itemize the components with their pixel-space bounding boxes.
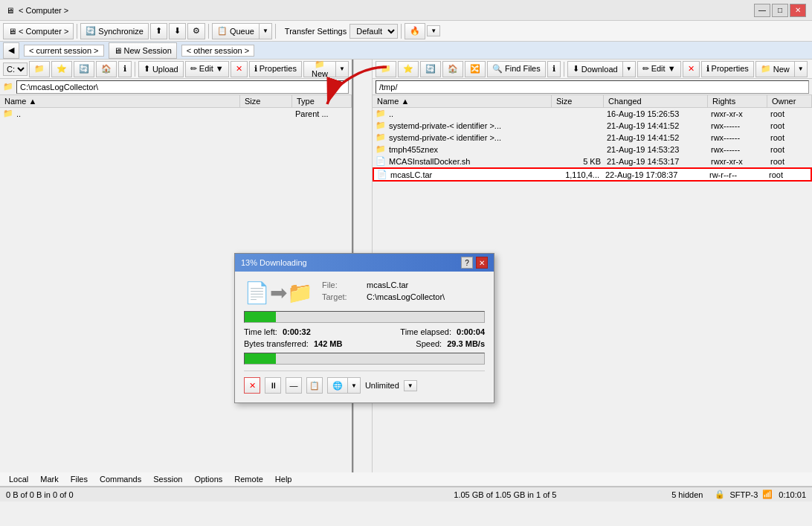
dialog-help-btn[interactable]: ? [461, 257, 473, 269]
toolbar-btn-icons2[interactable]: ⬇ [169, 23, 186, 39]
folder-icon2: 📁 [376, 132, 386, 142]
back-nav-btn[interactable]: ◀ [3, 42, 19, 59]
other-session-tag[interactable]: < other session > [181, 45, 254, 57]
right-refresh-btn[interactable]: 🔄 [420, 61, 441, 77]
upload-icon: ⬆ [144, 64, 150, 74]
left-address-input[interactable] [16, 80, 349, 94]
folder-icon3: 📁 [376, 144, 386, 154]
right-row-mcastar[interactable]: 📄mcasLC.tar 1,110,4... 22-Aug-19 17:08:3… [373, 167, 812, 182]
dialog-pause-btn[interactable]: ⏸ [265, 377, 281, 394]
download-main[interactable]: ⬇ Download [567, 61, 622, 77]
bytes-value: 142 MB [314, 339, 343, 348]
right-row-docker[interactable]: 📄MCASInstallDocker.sh 5 KB 21-Aug-19 14:… [373, 155, 812, 167]
right-col-name[interactable]: Name ▲ [373, 95, 552, 107]
right-col-owner[interactable]: Owner [767, 95, 812, 107]
download-arrow[interactable]: ▼ [622, 61, 636, 77]
left-file-parent[interactable]: 📁 .. Parent ... [0, 108, 352, 120]
file-transfer-icon: 📄➡📁 [244, 280, 313, 305]
queue-main[interactable]: 📋 Queue [212, 23, 259, 39]
right-edit-btn[interactable]: ✏ Edit ▼ [637, 61, 681, 77]
stats-row: Time left: 0:00:32 Time elapsed: 0:00:04 [244, 327, 485, 336]
maximize-button[interactable]: □ [772, 4, 788, 17]
left-delete-btn[interactable]: ✕ [231, 61, 248, 77]
left-addr-label: 📁 [3, 82, 13, 92]
bytes-row: Bytes transferred: 142 MB Speed: 29.3 MB… [244, 339, 485, 348]
close-button[interactable]: ✕ [790, 4, 806, 17]
right-col-changed[interactable]: Changed [604, 95, 708, 107]
right-properties-btn[interactable]: ℹ Properties [701, 61, 754, 77]
left-new-arrow[interactable]: ▼ [335, 61, 349, 77]
bytes-label: Bytes transferred: [244, 339, 309, 348]
right-address-input[interactable] [376, 80, 809, 94]
globe-icon-btn[interactable]: 🌐 [327, 377, 347, 394]
menu-session[interactable]: Session [147, 473, 188, 485]
right-row-systemd1[interactable]: 📁systemd-private-< identifier >... 21-Au… [373, 120, 812, 132]
new-session-icon: 🖥 [114, 46, 122, 55]
dialog-close-btn[interactable]: ✕ [476, 257, 488, 269]
file-label: File: [322, 280, 367, 289]
unlimited-arrow[interactable]: ▼ [404, 380, 417, 391]
left-folder-btn[interactable]: 📁 [29, 61, 50, 77]
computer-icon-btn[interactable]: 🖥 < Computer > [3, 23, 74, 39]
left-info-btn[interactable]: ℹ [118, 61, 132, 77]
new-session-button[interactable]: 🖥 New Session [109, 42, 177, 59]
right-toolbar: 📁 ⭐ 🔄 🏠 🔀 🔍 Find Files ℹ ⬇ Download ▼ ✏ … [373, 60, 812, 79]
right-new-arrow[interactable]: ▼ [794, 61, 808, 77]
synchronize-button[interactable]: 🔄 Synchronize [80, 23, 149, 39]
menu-help[interactable]: Help [269, 473, 298, 485]
menu-files[interactable]: Files [65, 473, 94, 485]
status-right: 1.05 GB of 1.05 GB in 1 of 5 [339, 490, 672, 499]
left-home-btn[interactable]: 🏠 [96, 61, 117, 77]
right-info-btn[interactable]: ℹ [547, 61, 561, 77]
sep1 [77, 24, 77, 39]
queue-arrow[interactable]: ▼ [259, 23, 272, 39]
left-refresh-btn[interactable]: 🔄 [74, 61, 94, 77]
toolbar-fire-btn[interactable]: 🔥 [405, 23, 425, 39]
right-folder-btn[interactable]: 📁 [376, 61, 396, 77]
minimize-button[interactable]: — [754, 4, 770, 17]
time-elapsed-label: Time elapsed: [400, 327, 451, 336]
find-files-btn[interactable]: 🔍 Find Files [487, 61, 546, 77]
transfer-default-select[interactable]: Default [349, 24, 398, 39]
menu-options[interactable]: Options [188, 473, 228, 485]
right-sync-dirs-btn[interactable]: 🔀 [465, 61, 486, 77]
left-new-main[interactable]: 📁 New [303, 61, 335, 77]
speed-limit-btn: 🌐 ▼ [327, 377, 361, 394]
right-row-tmp[interactable]: 📁tmph455znex 21-Aug-19 14:53:23 rwx-----… [373, 144, 812, 155]
dialog-file-info: 📄➡📁 File: mcasLC.tar Target: C:\mcasLogC… [244, 280, 485, 305]
dialog-minimize-btn[interactable]: — [286, 377, 302, 394]
left-col-name[interactable]: Name ▲ [0, 95, 240, 107]
drive-select[interactable]: C: [3, 62, 28, 76]
right-row-parent[interactable]: 📁.. 16-Aug-19 15:26:53 rwxr-xr-x root [373, 108, 812, 120]
right-row-systemd2[interactable]: 📁systemd-private-< identifier >... 21-Au… [373, 132, 812, 144]
right-home-btn[interactable]: 🏠 [442, 61, 463, 77]
right-new-main[interactable]: 📁 New [755, 61, 794, 77]
target-label: Target: [322, 292, 367, 301]
left-col-type[interactable]: Type [292, 95, 352, 107]
right-col-size[interactable]: Size [552, 95, 604, 107]
toolbar-btn-icons3[interactable]: ⚙ [187, 23, 205, 39]
left-edit-btn[interactable]: ✏ Edit ▼ [185, 61, 229, 77]
left-upload-btn[interactable]: ⬆ Upload [138, 61, 184, 77]
current-session-tag[interactable]: < current session > [24, 45, 104, 57]
dialog-copy-btn[interactable]: 📋 [306, 377, 323, 394]
menu-remote[interactable]: Remote [228, 473, 269, 485]
parent-folder-icon: 📁 [3, 109, 13, 118]
left-col-size[interactable]: Size [240, 95, 292, 107]
toolbar-btn-icons[interactable]: ⬆ [150, 23, 167, 39]
right-col-rights[interactable]: Rights [708, 95, 767, 107]
left-properties-btn[interactable]: ℹ Properties [249, 61, 302, 77]
right-bookmark-btn[interactable]: ⭐ [398, 61, 419, 77]
right-delete-btn[interactable]: ✕ [683, 61, 700, 77]
time-left-value: 0:00:32 [283, 327, 311, 336]
right-parent-icon: 📁 [376, 109, 386, 118]
dialog-file-row: File: mcasLC.tar [322, 280, 445, 289]
left-bookmark-btn[interactable]: ⭐ [51, 61, 72, 77]
dialog-cancel-btn[interactable]: ✕ [244, 377, 260, 394]
menu-commands[interactable]: Commands [94, 473, 147, 485]
speed-dropdown[interactable]: ▼ [347, 377, 361, 394]
menu-mark[interactable]: Mark [34, 473, 64, 485]
fire-arrow[interactable]: ▼ [427, 25, 440, 36]
file-progress-bar [245, 353, 276, 364]
menu-local[interactable]: Local [3, 473, 34, 485]
